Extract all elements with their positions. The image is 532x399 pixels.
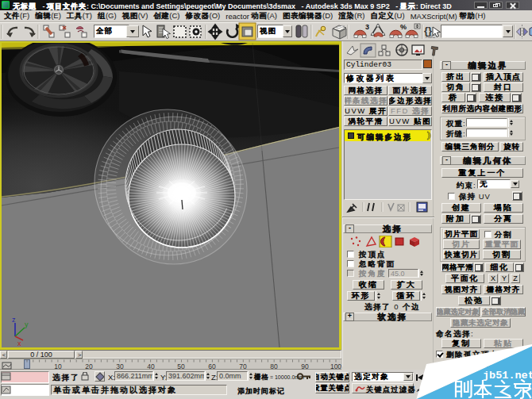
svg-text:40: 40 bbox=[147, 363, 155, 370]
svg-text:y: y bbox=[25, 320, 29, 328]
svg-text:70: 70 bbox=[239, 363, 247, 370]
svg-text:60: 60 bbox=[208, 363, 216, 370]
svg-text:30: 30 bbox=[116, 363, 124, 370]
svg-text:90: 90 bbox=[301, 363, 309, 370]
svg-text:80: 80 bbox=[270, 363, 278, 370]
svg-text:%: % bbox=[400, 23, 407, 31]
svg-text:ABC: ABC bbox=[426, 34, 436, 39]
svg-text:20: 20 bbox=[85, 363, 93, 370]
svg-text:x: x bbox=[17, 340, 21, 347]
svg-text:10: 10 bbox=[54, 363, 62, 370]
svg-text:z: z bbox=[12, 316, 16, 324]
svg-text:50: 50 bbox=[177, 363, 185, 370]
svg-text:3: 3 bbox=[365, 23, 369, 31]
